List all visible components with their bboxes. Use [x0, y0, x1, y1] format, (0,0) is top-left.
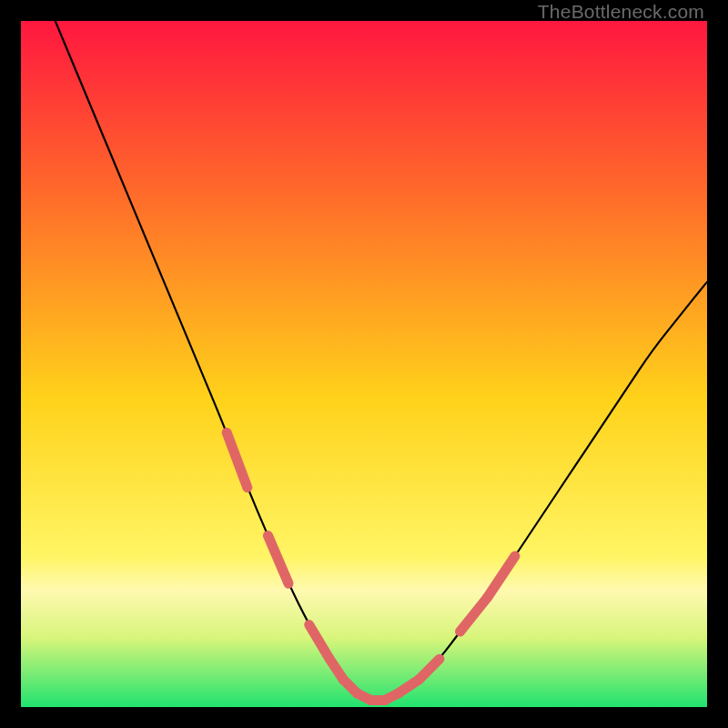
chart-frame — [21, 21, 707, 707]
watermark-text: TheBottleneck.com — [538, 1, 704, 23]
chart-svg — [21, 21, 707, 707]
gradient-background — [21, 21, 707, 707]
